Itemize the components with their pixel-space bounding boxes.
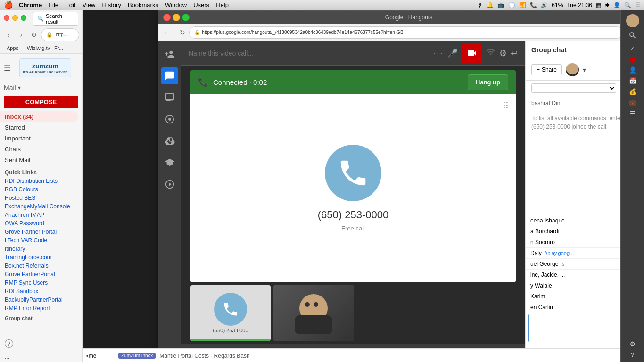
hangouts-calendar-icon[interactable]: 📅 [629, 77, 636, 84]
youtube-icon-btn[interactable] [161, 176, 178, 193]
camera-icon-btn[interactable] [161, 111, 178, 128]
distribution-lists-header: Group chat [0, 313, 82, 322]
hamburger-menu-icon[interactable]: ☰ [4, 64, 10, 73]
bookmark-apps[interactable]: Apps [4, 44, 21, 52]
window-minimize-btn[interactable] [12, 15, 18, 21]
hangouts-person-icon[interactable]: 👤 [629, 66, 636, 74]
ql-rmp-sync[interactable]: RMP Sync Users [0, 279, 82, 287]
hangouts-title: Google+ Hangouts [190, 14, 628, 21]
hamburger-icon[interactable]: ☰ [635, 2, 640, 8]
hangouts-search-icon[interactable] [628, 31, 637, 41]
bottom-thumbnails: (650) 253-0000 [181, 282, 525, 344]
page-layout: 🔍 Search result ‹ › ↻ 🔒 http... Apps Wiz… [0, 10, 644, 362]
hangouts-list-icon[interactable]: ☰ [630, 110, 636, 117]
reload-btn[interactable]: ↻ [28, 29, 40, 41]
mail-dropdown-icon[interactable]: ▾ [18, 84, 21, 91]
hangouts-reload-btn[interactable]: ↻ [178, 27, 187, 38]
nav-sent[interactable]: Sent Mail [0, 155, 78, 165]
share-button[interactable]: + Share [531, 64, 562, 75]
file-menu[interactable]: File [49, 1, 58, 8]
ql-owa[interactable]: OWA Password [0, 219, 82, 228]
ql-boxnet[interactable]: Box.net Referrals [0, 262, 82, 270]
view-menu[interactable]: View [82, 1, 95, 8]
chrome-navbar: ‹ › ↻ 🔒 http... [0, 27, 82, 42]
ql-grove2[interactable]: Grove PartnerPortal [0, 270, 82, 279]
address-bar[interactable]: 🔒 http... [41, 28, 79, 41]
ql-rmp-error[interactable]: RMP Error Report [0, 304, 82, 313]
ql-grove[interactable]: Grove Partner Portal [0, 228, 82, 236]
bookmark-wiziwig[interactable]: Wiziwig.tv | Fr... [24, 44, 66, 52]
hangouts-back-btn[interactable]: ‹ [162, 27, 168, 38]
hangouts-help-bottom-icon[interactable]: ? [631, 351, 634, 358]
bookmarks-menu[interactable]: Bookmarks [128, 1, 158, 8]
hangouts-check-icon[interactable]: ✓ [630, 45, 635, 52]
keypad-icon[interactable]: ⠿ [502, 100, 509, 112]
mute-icon[interactable]: 🎤 [447, 48, 458, 58]
help-menu[interactable]: Help [216, 1, 229, 8]
ql-rgb[interactable]: RGB Colours [0, 185, 82, 194]
thumbnail-self[interactable] [273, 285, 354, 341]
hangouts-maximize-btn[interactable] [182, 14, 190, 21]
compose-button[interactable]: COMPOSE [4, 96, 78, 108]
hangouts-record-icon[interactable]: ⬤ [629, 56, 636, 63]
more-icon[interactable]: ↩ [511, 48, 518, 58]
tab-title: Search result [46, 13, 74, 25]
share-screen-icon-btn[interactable] [161, 89, 178, 106]
hangouts-briefcase-icon[interactable]: 💼 [629, 99, 636, 106]
hangouts-address-bar[interactable]: 🔒 https://plus.google.com/hangouts/_/413… [189, 26, 623, 39]
contact-name: Karim [530, 293, 545, 300]
hangouts-settings-bottom-icon[interactable]: ⚙ [630, 340, 636, 347]
app-name-menu[interactable]: Chrome [19, 1, 42, 8]
window-maximize-btn[interactable] [21, 15, 26, 21]
users-menu[interactable]: Users [193, 1, 209, 8]
ql-training[interactable]: TrainingForce.com [0, 253, 82, 262]
hangouts-forward-btn[interactable]: › [170, 27, 176, 38]
apple-menu[interactable]: 🍎 [4, 0, 13, 9]
ql-exchange[interactable]: ExchangeMyMail Console [0, 202, 82, 211]
search-icon[interactable]: 🔍 [624, 2, 631, 8]
mac-menubar: 🍎 Chrome File Edit View History Bookmark… [0, 0, 644, 10]
hang-up-button[interactable]: Hang up [468, 74, 508, 90]
call-name-input[interactable] [189, 49, 428, 57]
volume-icon: 🔊 [541, 2, 548, 8]
nav-important[interactable]: Important [0, 133, 78, 144]
user-icon: 👤 [613, 2, 620, 8]
ql-rdi-sandbox[interactable]: RDI Sandbox [0, 287, 82, 296]
ql-ltech[interactable]: LTech VAR Code [0, 236, 82, 245]
video-hangup-btn[interactable] [462, 43, 482, 64]
chrome-tab[interactable]: 🔍 Search result [33, 12, 78, 26]
hangouts-close-btn[interactable]: × [163, 14, 171, 21]
more-label[interactable]: ... [0, 352, 82, 362]
drive-icon-btn[interactable] [161, 132, 178, 149]
nav-chats[interactable]: Chats [0, 144, 78, 155]
nav-starred[interactable]: Starred [0, 122, 78, 133]
nav-inbox[interactable]: Inbox (34) [0, 111, 78, 122]
help-icon-area[interactable]: ? [0, 336, 82, 352]
window-menu[interactable]: Window [165, 1, 187, 8]
chat-mode-select[interactable] [531, 83, 616, 93]
forward-btn[interactable]: › [16, 29, 27, 41]
add-person-icon-btn[interactable] [161, 46, 178, 63]
hangouts-minimize-btn[interactable] [173, 14, 180, 21]
effects-icon-btn[interactable] [161, 154, 178, 171]
window-close-btn[interactable] [4, 15, 9, 21]
history-menu[interactable]: History [102, 1, 121, 8]
hangouts-dollar-icon[interactable]: 💰 [629, 88, 636, 95]
settings-icon[interactable]: ⚙ [499, 48, 507, 58]
sent-label: Sent Mail [5, 156, 30, 164]
ql-anachron[interactable]: Anachron IMAP [0, 211, 82, 219]
group-chat-textarea[interactable] [528, 314, 636, 342]
chat-icon-btn[interactable] [161, 67, 178, 84]
back-btn[interactable]: ‹ [3, 29, 14, 41]
ql-hosted-bes[interactable]: Hosted BES [0, 194, 82, 202]
avatar-dropdown-icon[interactable]: ▾ [583, 66, 586, 74]
email-row-item[interactable]: •me ZumZum Inbox Mantle Portal Costs - R… [83, 349, 644, 362]
ql-backupify[interactable]: BackupifyPartnerPortal [0, 296, 82, 304]
ql-itinerary[interactable]: Itinerary [0, 245, 82, 253]
more-dots-icon[interactable]: ··· [433, 48, 444, 58]
thumbnail-caller[interactable]: (650) 253-0000 [190, 285, 271, 341]
ql-rdi-dist[interactable]: RDI Distribution Lists [0, 177, 82, 185]
edit-menu[interactable]: Edit [65, 1, 75, 8]
contact-name: Daly [530, 250, 542, 256]
gmail-top-actions: ☰ zumzum It's All About The Service [0, 54, 82, 82]
